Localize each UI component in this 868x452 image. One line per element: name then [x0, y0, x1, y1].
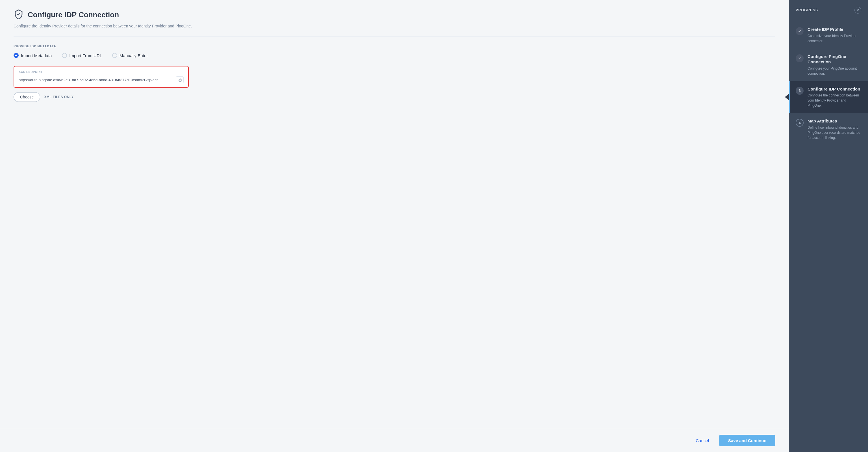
close-sidebar-button[interactable]: ×: [855, 7, 861, 13]
active-step-arrow: [785, 94, 789, 101]
step-2-indicator: [796, 54, 804, 62]
radio-circle-import-metadata[interactable]: [13, 53, 19, 58]
page-subtitle: Configure the Identity Provider details …: [13, 24, 775, 28]
radio-import-metadata[interactable]: Import Metadata: [13, 53, 52, 58]
radio-import-from-url[interactable]: Import From URL: [62, 53, 102, 58]
svg-rect-0: [179, 79, 181, 82]
step-2-content: Configure PingOne Connection Configure y…: [808, 54, 861, 76]
radio-label-import-from-url: Import From URL: [69, 53, 102, 58]
choose-button[interactable]: Choose: [13, 92, 40, 102]
metadata-section-label: PROVIDE IDP METADATA: [13, 45, 775, 48]
step-2-check-icon: [798, 56, 802, 60]
step-1-desc: Customize your Identity Provider connect…: [808, 33, 861, 44]
step-4-content: Map Attributes Define how inbound identi…: [808, 118, 861, 140]
step-3-indicator: 3: [796, 87, 804, 95]
step-2-desc: Configure your PingOne account connectio…: [808, 66, 861, 76]
page-title: Configure IDP Connection: [28, 10, 119, 19]
acs-endpoint-input[interactable]: [19, 78, 174, 82]
shield-icon: [13, 9, 24, 20]
radio-circle-import-from-url[interactable]: [62, 53, 67, 58]
acs-endpoint-label: ACS ENDPOINT: [19, 70, 184, 74]
step-4-desc: Define how inbound identities and PingOn…: [808, 125, 861, 140]
sidebar-header: PROGRESS ×: [789, 7, 868, 13]
step-4-number: 4: [799, 121, 801, 125]
copy-acs-button[interactable]: [176, 76, 184, 83]
main-content: Configure IDP Connection Configure the I…: [0, 0, 789, 452]
step-1-content: Create IDP Profile Customize your Identi…: [808, 27, 861, 44]
acs-input-row: [19, 76, 184, 83]
radio-label-manually-enter: Manually Enter: [120, 53, 148, 58]
step-3-title: Configure IDP Connection: [808, 86, 861, 92]
step-configure-pingone-connection: Configure PingOne Connection Configure y…: [789, 49, 868, 81]
step-3-desc: Configure the connection between your Id…: [808, 93, 861, 108]
radio-label-import-metadata: Import Metadata: [21, 53, 52, 58]
step-1-title: Create IDP Profile: [808, 27, 861, 32]
save-continue-button[interactable]: Save and Continue: [719, 435, 775, 446]
step-configure-idp-connection: 3 Configure IDP Connection Configure the…: [789, 81, 868, 113]
step-1-check-icon: [798, 29, 802, 34]
progress-steps: Create IDP Profile Customize your Identi…: [789, 22, 868, 452]
radio-manually-enter[interactable]: Manually Enter: [112, 53, 148, 58]
step-2-title: Configure PingOne Connection: [808, 54, 861, 65]
sidebar-title: PROGRESS: [796, 8, 818, 12]
step-4-indicator: 4: [796, 119, 804, 127]
step-1-indicator: [796, 27, 804, 35]
step-create-idp-profile: Create IDP Profile Customize your Identi…: [789, 22, 868, 49]
step-3-number: 3: [799, 88, 801, 93]
page-inner: Configure IDP Connection Configure the I…: [0, 0, 789, 429]
radio-group: Import Metadata Import From URL Manually…: [13, 53, 775, 58]
radio-circle-manually-enter[interactable]: [112, 53, 117, 58]
step-4-title: Map Attributes: [808, 118, 861, 124]
xml-only-label: XML FILES ONLY: [44, 95, 74, 99]
section-divider: [13, 36, 775, 36]
cancel-button[interactable]: Cancel: [690, 435, 715, 446]
page-header: Configure IDP Connection: [13, 9, 775, 20]
step-map-attributes: 4 Map Attributes Define how inbound iden…: [789, 113, 868, 145]
progress-sidebar: PROGRESS × Create IDP Profile Customize …: [789, 0, 868, 452]
choose-row: Choose XML FILES ONLY: [13, 92, 775, 102]
footer: Cancel Save and Continue: [0, 429, 789, 452]
step-3-content: Configure IDP Connection Configure the c…: [808, 86, 861, 108]
acs-endpoint-container: ACS ENDPOINT: [13, 66, 189, 88]
